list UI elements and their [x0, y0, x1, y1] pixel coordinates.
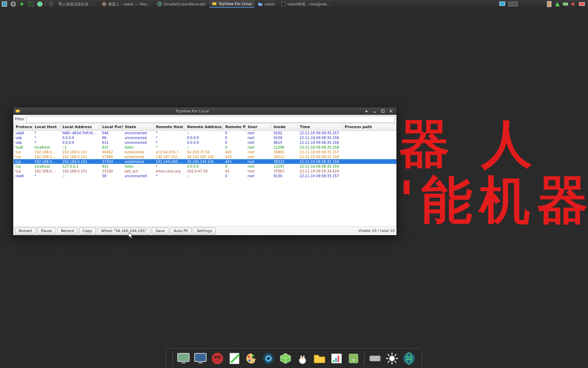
taskbar-item-screenrecorder[interactable]: SimpleScreenRecorder	[154, 0, 209, 8]
svg-point-12	[158, 2, 162, 6]
taskbar-item-firefox[interactable]: 微器人 - veket — Moz…	[99, 0, 153, 8]
browser-launcher-icon[interactable]	[36, 0, 44, 8]
window-close-button[interactable]	[387, 108, 395, 114]
table-row[interactable]: tcp192.168.0.101192.168.0.10133190last_a…	[14, 169, 396, 173]
table-cell: root	[246, 140, 272, 145]
table-cell: 54.203.75.56	[185, 150, 223, 154]
table-row[interactable]: udp*0.0.0.0631unconnected*0.0.0.00root96…	[14, 140, 396, 145]
table-cell: root	[246, 145, 272, 150]
record-button[interactable]: Record	[57, 228, 78, 234]
svg-rect-47	[338, 356, 339, 362]
table-cell: 22-11-19 09:58:35.156	[297, 135, 342, 140]
taskbar-item-label: TcpView For Linux	[218, 2, 252, 6]
filter-input[interactable]	[26, 116, 395, 123]
pause-button[interactable]: Pause	[37, 228, 56, 234]
table-cell: 37434	[100, 159, 122, 164]
autofit-button[interactable]: Auto Fit	[170, 228, 192, 234]
dock-help-icon[interactable]: ?	[345, 350, 362, 367]
table-row[interactable]: udp6*fe80::d63d:7eff:fe1b:b…546unconnect…	[14, 131, 396, 135]
taskbar-item-terminal[interactable]: veket终端 - root@vek…	[278, 0, 333, 8]
column-header-remote-host[interactable]: Remote Host	[154, 124, 185, 131]
table-cell: 631	[100, 140, 122, 145]
table-row[interactable]: raw6*::58unconnected*::0root913022-11-19…	[14, 173, 396, 178]
table-cell: 68	[100, 135, 122, 140]
taskbar-item-text-editor[interactable]: 男人就该活得从容 - ...	[56, 0, 98, 8]
taskbar-item-tcpview[interactable]: TcpView For Linux	[209, 0, 255, 8]
dock-spreadsheet-icon[interactable]	[328, 350, 345, 367]
workspace-switcher[interactable]	[508, 2, 518, 6]
column-header-local-port[interactable]: Local Port	[100, 124, 122, 131]
dock-monitor-icon[interactable]	[192, 350, 209, 367]
restart-button[interactable]: Restart	[15, 228, 36, 234]
table-cell: 191.144.160.34.…	[154, 159, 185, 164]
column-header-inode[interactable]: Inode	[272, 124, 297, 131]
dock-drive-icon[interactable]	[367, 350, 383, 367]
nav-forward-icon[interactable]	[18, 0, 26, 8]
column-header-local-address[interactable]: Local Address	[60, 124, 100, 131]
column-header-time[interactable]: Time	[297, 124, 342, 131]
window-titlebar[interactable]: TcpView For Linux	[13, 107, 396, 115]
table-cell: 22-11-19 09:58:35.158	[297, 145, 342, 150]
column-header-local-host[interactable]: Local Host	[32, 124, 60, 131]
table-cell: 0	[223, 145, 245, 150]
dock-globe-icon[interactable]	[401, 350, 417, 367]
table-cell: *	[154, 131, 185, 135]
window-maximize-button[interactable]	[379, 108, 387, 114]
battery-icon[interactable]	[562, 1, 569, 7]
dock-palette-icon[interactable]	[243, 350, 260, 367]
column-header-remote-address[interactable]: Remote Address	[185, 124, 223, 131]
table-row[interactable]: udp*0.0.0.068unconnected*0.0.0.00root915…	[14, 135, 396, 140]
svg-rect-13	[212, 2, 216, 5]
display-icon[interactable]	[499, 1, 505, 7]
table-cell: ec2-54-203-75-5…	[154, 150, 185, 154]
table-cell: 192.0.47.59	[185, 169, 223, 173]
svg-point-33	[248, 356, 250, 358]
table-cell: *	[32, 173, 60, 178]
svg-rect-14	[281, 2, 285, 6]
window-shade-button[interactable]	[362, 108, 371, 114]
table-row[interactable]: tcplocalhost127.0.0.1631listen*0.0.0.00r…	[14, 164, 396, 169]
dock-red-app-icon[interactable]	[209, 350, 226, 367]
save-button[interactable]: Save	[152, 228, 168, 234]
settings-button[interactable]: Settings	[193, 228, 216, 234]
dock: ?	[166, 348, 422, 368]
table-cell	[343, 154, 396, 159]
system-menu-icon[interactable]	[10, 0, 17, 8]
record-indicator-icon[interactable]	[47, 0, 55, 8]
table-cell: 40662	[100, 150, 122, 154]
table-row[interactable]: tcp192.168.0.101192.168.0.10157484establ…	[14, 154, 396, 159]
connection-table-scroll[interactable]: Protocol▲Local HostLocal AddressLocal Po…	[13, 124, 396, 226]
copy-button[interactable]: Copy	[79, 228, 96, 234]
folder-icon	[258, 2, 263, 6]
clipboard-icon[interactable]	[546, 1, 552, 7]
svg-point-38	[267, 357, 270, 360]
column-header-protocol[interactable]: Protocol▲	[14, 124, 33, 131]
column-header-state[interactable]: State	[122, 124, 154, 131]
table-row[interactable]: tcp6localhost::1631listen*::0root1229622…	[14, 145, 396, 150]
network-icon[interactable]	[554, 1, 560, 7]
table-cell: root	[246, 131, 272, 135]
volume-icon[interactable]	[571, 1, 577, 7]
table-cell: udp	[14, 140, 33, 145]
dock-notes-icon[interactable]	[226, 350, 243, 367]
table-row[interactable]: tcp192.168.0.101192.168.0.10140662establ…	[14, 150, 396, 154]
column-header-process-path[interactable]: Process path	[343, 124, 396, 131]
column-header-user[interactable]: User	[246, 124, 272, 131]
dock-tux-icon[interactable]	[294, 350, 311, 367]
show-desktop-icon[interactable]	[1, 0, 8, 8]
taskbar-item-file-manager[interactable]: veket	[255, 0, 277, 8]
table-row[interactable]: tcp192.168.0.101192.168.0.10137434establ…	[14, 159, 396, 164]
svg-point-53	[403, 353, 415, 364]
dock-speaker-icon[interactable]	[260, 350, 277, 367]
whois-button[interactable]: Whois "34.160.144.191"	[97, 228, 150, 234]
dock-brightness-icon[interactable]	[384, 350, 400, 367]
dock-folder-icon[interactable]	[311, 350, 328, 367]
keyboard-icon[interactable]	[579, 1, 585, 7]
svg-point-34	[248, 359, 250, 362]
table-cell: listen	[122, 145, 154, 150]
dock-desktop-icon[interactable]	[175, 350, 192, 367]
column-header-remote-por[interactable]: Remote Por	[223, 124, 245, 131]
terminal-launcher-icon[interactable]: >_	[27, 0, 35, 8]
window-minimize-button[interactable]	[371, 108, 379, 114]
dock-box-icon[interactable]	[277, 350, 294, 367]
